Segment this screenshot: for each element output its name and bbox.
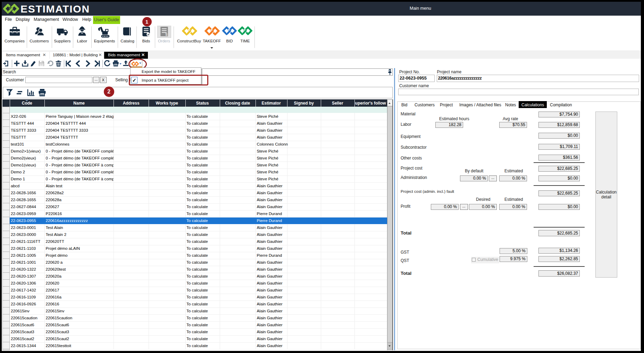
svg-text:$: $ [165, 32, 167, 36]
